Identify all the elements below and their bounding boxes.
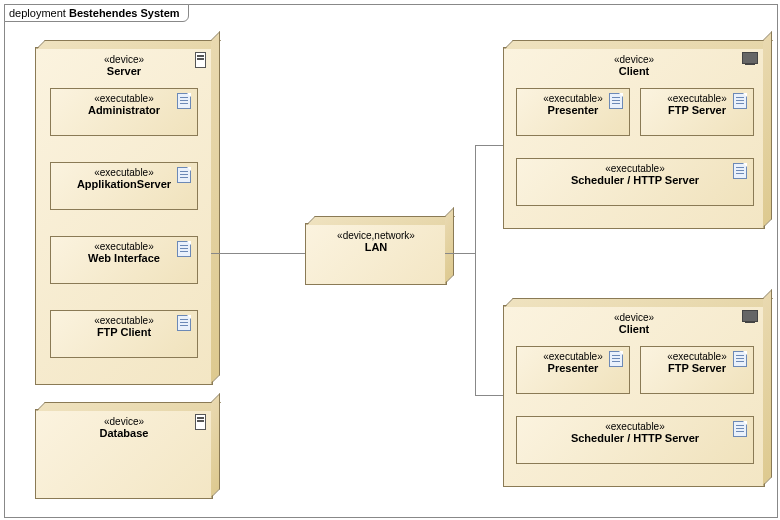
web-interface-name: Web Interface [51,252,197,268]
client2-name: Client [504,323,764,339]
web-interface-stereotype: «executable» [51,237,197,252]
comp-administrator: «executable» Administrator [50,88,198,136]
assoc-server-lan [211,253,305,254]
comp-client2-ftp-server: «executable» FTP Server [640,346,754,394]
document-icon [177,93,191,109]
document-icon [609,93,623,109]
app-server-name: ApplikationServer [51,178,197,194]
server-icon [195,52,206,68]
app-server-stereotype: «executable» [51,163,197,178]
frame-title: deployment Bestehendes System [4,4,189,22]
comp-web-interface: «executable» Web Interface [50,236,198,284]
diagram-frame: deployment Bestehendes System «device» S… [4,4,778,518]
client2-scheduler-stereotype: «executable» [517,417,753,432]
comp-client1-ftp-server: «executable» FTP Server [640,88,754,136]
client1-scheduler-stereotype: «executable» [517,159,753,174]
comp-app-server: «executable» ApplikationServer [50,162,198,210]
comp-client1-scheduler: «executable» Scheduler / HTTP Server [516,158,754,206]
client1-stereotype: «device» [504,48,764,65]
comp-client2-scheduler: «executable» Scheduler / HTTP Server [516,416,754,464]
lan-stereotype: «device,network» [306,224,446,241]
comp-client1-presenter: «executable» Presenter [516,88,630,136]
document-icon [733,93,747,109]
assoc-lan-client2-h [475,395,503,396]
database-name: Database [36,427,212,443]
node-client-2: «device» Client «executable» Presenter «… [503,305,765,487]
document-icon [609,351,623,367]
assoc-lan-client1-h [445,253,476,254]
lan-name: LAN [306,241,446,257]
node-client-1: «device» Client «executable» Presenter «… [503,47,765,229]
document-icon [177,241,191,257]
administrator-stereotype: «executable» [51,89,197,104]
assoc-lan-client2-v [475,253,476,395]
node-database: «device» Database [35,409,213,499]
assoc-lan-client1-v [475,145,476,254]
database-stereotype: «device» [36,410,212,427]
server-icon [195,414,206,430]
node-lan: «device,network» LAN [305,223,447,285]
server-stereotype: «device» [36,48,212,65]
administrator-name: Administrator [51,104,197,120]
document-icon [177,315,191,331]
assoc-lan-client1-h2 [475,145,503,146]
workstation-icon [742,310,758,323]
workstation-icon [742,52,758,65]
document-icon [177,167,191,183]
document-icon [733,421,747,437]
client2-scheduler-name: Scheduler / HTTP Server [517,432,753,448]
document-icon [733,351,747,367]
client1-name: Client [504,65,764,81]
ftp-client-stereotype: «executable» [51,311,197,326]
comp-client2-presenter: «executable» Presenter [516,346,630,394]
deployment-diagram-canvas: deployment Bestehendes System «device» S… [0,0,780,520]
client1-scheduler-name: Scheduler / HTTP Server [517,174,753,190]
comp-ftp-client: «executable» FTP Client [50,310,198,358]
server-name: Server [36,65,212,81]
frame-title-name: Bestehendes System [69,7,180,19]
client2-stereotype: «device» [504,306,764,323]
ftp-client-name: FTP Client [51,326,197,342]
node-server: «device» Server «executable» Administrat… [35,47,213,385]
frame-title-prefix: deployment [9,7,69,19]
document-icon [733,163,747,179]
